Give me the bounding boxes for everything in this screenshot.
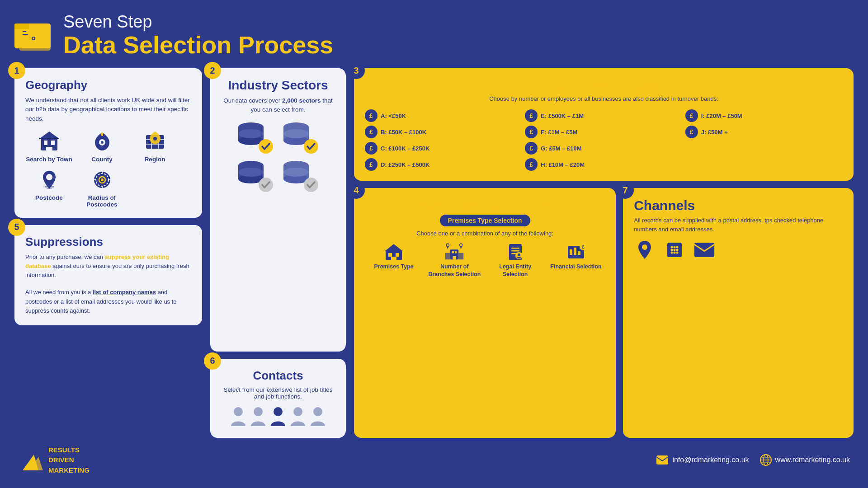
step1-body: We understand that not all clients work … [25, 96, 191, 123]
geo-item-postcode: Postcode [25, 168, 73, 208]
svg-point-84 [642, 244, 647, 250]
svg-point-55 [254, 407, 263, 416]
header-title: Data Selection Process [63, 32, 333, 58]
criteria-legal-label: Legal Entity Selection [488, 263, 542, 278]
size-item-j: £ J: £50M + [685, 126, 843, 138]
step3-subtitle: Choose by number or employees or all bus… [365, 95, 843, 103]
company-names-link: list of company names [93, 289, 156, 296]
footer: RESULTS DRIVEN MARKETING info@rdmarketin… [14, 445, 854, 476]
svg-rect-3 [14, 23, 29, 29]
step1-card: 1 Geography We understand that not all c… [14, 68, 202, 218]
size-item-a: £ A: <£50K [365, 109, 522, 122]
step6-title: Contacts [221, 369, 335, 383]
step2-badge: 2 [204, 62, 221, 79]
svg-rect-67 [452, 251, 454, 253]
svg-point-58 [313, 407, 322, 416]
size-item-e: £ E: £500K – £1M [525, 109, 682, 122]
step6-card: 6 Contacts Select from our extensive lis… [210, 359, 346, 438]
step7-body: All records can be supplied with a posta… [634, 216, 843, 234]
step2-card: 2 Industry Sectors Our data covers over … [210, 68, 346, 351]
svg-text:£: £ [582, 244, 585, 249]
criteria-premises-label: Premises Type [374, 263, 413, 270]
step7-card: 7 Channels All records can be supplied w… [623, 188, 854, 437]
db-icons [221, 120, 335, 192]
svg-point-70 [447, 244, 449, 246]
criteria-premises: Premises Type [367, 241, 421, 270]
footer-logo-line1: RESULTS [48, 445, 90, 455]
svg-point-77 [518, 253, 520, 256]
svg-point-42 [283, 129, 309, 138]
svg-rect-61 [396, 253, 399, 257]
person-icons [221, 405, 335, 428]
step2-body: Our data covers over 2,000 sectors that … [221, 96, 335, 115]
svg-rect-65 [445, 253, 450, 260]
svg-rect-80 [574, 248, 576, 255]
svg-point-54 [234, 407, 243, 416]
svg-point-52 [283, 168, 309, 177]
geo-label-region: Region [145, 156, 165, 163]
criteria-branches-label: Number of Branches Selection [427, 263, 481, 278]
geo-icons: Search by Town County [25, 130, 191, 208]
svg-point-91 [676, 249, 679, 251]
step3-title: Size of Organisation [365, 78, 843, 92]
step2-title: Industry Sectors [221, 78, 335, 93]
svg-rect-16 [101, 132, 103, 136]
svg-point-57 [293, 407, 302, 416]
step1-badge: 1 [8, 62, 25, 79]
size-item-d: £ D: £250K – £500K [365, 158, 522, 171]
geo-label-postcode: Postcode [35, 194, 63, 201]
size-item-c: £ C: £100K – £250K [365, 142, 522, 155]
size-item-b: £ B: £50K – £100K [365, 126, 522, 138]
svg-rect-5 [23, 34, 28, 35]
svg-rect-10 [51, 141, 55, 145]
size-item-g: £ G: £5M – £10M [525, 142, 682, 155]
svg-rect-98 [656, 455, 668, 465]
header-subtitle: Seven Step [63, 13, 333, 32]
svg-rect-25 [47, 188, 52, 189]
size-item-h: £ H: £10M – £20M [525, 158, 682, 171]
svg-rect-81 [578, 251, 580, 255]
svg-point-88 [676, 246, 679, 249]
svg-point-22 [153, 137, 157, 141]
svg-rect-79 [570, 249, 572, 255]
geo-label-county: County [91, 156, 113, 163]
footer-website: www.rdmarketing.co.uk [760, 454, 850, 466]
svg-point-94 [676, 252, 679, 254]
svg-point-93 [674, 252, 676, 254]
svg-point-15 [101, 141, 104, 144]
size-item-f: £ F: £1M – £5M [525, 126, 682, 138]
geo-item-town: Search by Town [25, 130, 73, 163]
svg-point-43 [304, 139, 318, 154]
svg-rect-69 [453, 256, 456, 259]
step4-subtitle: Choose one or a combination of any of th… [365, 230, 605, 237]
svg-rect-73 [511, 248, 519, 249]
svg-marker-12 [39, 131, 59, 139]
step5-badge: 5 [8, 219, 25, 236]
svg-point-56 [274, 407, 283, 416]
footer-logo-line3: MARKETING [48, 465, 90, 476]
geo-label-town: Search by Town [26, 156, 72, 163]
header: Seven Step Data Selection Process [14, 13, 854, 58]
svg-rect-11 [46, 147, 52, 150]
svg-point-37 [238, 129, 264, 138]
step3-badge: 3 [348, 62, 365, 79]
svg-point-86 [671, 246, 673, 249]
criteria-financial: £ Financial Selection [549, 241, 603, 270]
footer-email-text: info@rdmarketing.co.uk [672, 456, 749, 464]
svg-rect-4 [23, 31, 26, 32]
main-container: Seven Step Data Selection Process 1 Geog… [0, 0, 868, 488]
geo-item-radius: Radius of Postcodes [78, 168, 126, 208]
svg-point-23 [46, 174, 52, 180]
svg-point-89 [671, 249, 673, 251]
svg-point-48 [259, 178, 273, 192]
criteria-branches: Number of Branches Selection [427, 241, 481, 278]
premises-badge: Premises Type Selection [440, 215, 530, 226]
size-item-i: £ I: £20M – £50M [685, 109, 843, 122]
svg-point-87 [674, 246, 676, 249]
svg-point-53 [304, 178, 318, 192]
svg-rect-68 [455, 251, 457, 253]
step4-card: 4 Other Business Criteria Premises Type … [354, 188, 616, 437]
step5-body2: All we need from you is a list of compan… [25, 288, 191, 315]
step5-title: Suppressions [25, 235, 191, 249]
header-text: Seven Step Data Selection Process [63, 13, 333, 58]
